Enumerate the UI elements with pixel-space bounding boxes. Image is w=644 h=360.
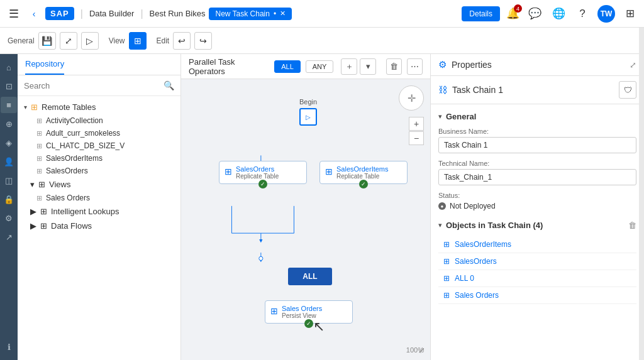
zoom-controls: + − (409, 117, 424, 145)
list-item[interactable]: ⊞ Adult_curr_smokeless (18, 127, 180, 139)
edit-label: Edit (157, 36, 170, 45)
nav-search-icon[interactable]: ⊡ (1, 78, 17, 94)
grid-icon[interactable]: ⊞ (621, 5, 639, 23)
objects-section-title: Objects in Task Chain (4) (446, 221, 543, 230)
nav-user-icon[interactable]: 👤 (1, 153, 17, 170)
status-field: Status: ● Not Deployed (438, 192, 636, 210)
tab-repository[interactable]: Repository (25, 54, 64, 75)
general-section-header[interactable]: ▾ General (438, 112, 636, 121)
views-chevron: ▾ (30, 180, 35, 189)
status-row: ● Not Deployed (438, 202, 636, 210)
view-icon: ⊞ (36, 194, 42, 202)
tab-close-icon[interactable]: ✕ (280, 9, 286, 18)
nav-monitor-icon[interactable]: ◫ (1, 172, 17, 188)
task-icon: ⊞ (270, 306, 278, 316)
list-item[interactable]: ⊞ SalesOrderItems (438, 236, 636, 253)
task-icon: ⊞ (225, 166, 232, 177)
chain-icon: ⛓ (438, 85, 447, 95)
canvas[interactable]: Begin ▷ ⊞ SalesOrders Replicate Table ✓ … (181, 79, 430, 360)
task-icon: ⊞ (325, 166, 333, 177)
chain-action-icon[interactable]: 🛡 (619, 81, 636, 99)
back-button[interactable]: ‹ (26, 6, 42, 21)
operator-dropdown-btn[interactable]: ▾ (360, 58, 376, 75)
hamburger-menu[interactable]: ☰ (5, 5, 23, 23)
undo-btn[interactable]: ↩ (173, 32, 191, 50)
topbar: ☰ ‹ SAP | Data Builder | Best Run Bikes … (0, 0, 644, 28)
il-label: Intelligent Lookups (51, 207, 119, 216)
task-name: Sales Orders (282, 305, 347, 312)
details-button[interactable]: Details (462, 6, 500, 21)
delete-canvas-btn[interactable]: 🗑 (386, 58, 402, 75)
remote-tables-group[interactable]: ▾ ⊞ Remote Tables (18, 100, 180, 114)
business-name-value[interactable]: Task Chain 1 (438, 137, 636, 153)
list-item[interactable]: ⊞ Sales Orders (438, 287, 636, 304)
obj-icon: ⊞ (443, 257, 450, 266)
nav-lock-icon[interactable]: 🔒 (1, 191, 17, 207)
chat-icon[interactable]: 💬 (526, 5, 543, 23)
divider1: | (80, 8, 83, 19)
any-mode-btn[interactable]: ANY (306, 60, 334, 73)
list-item[interactable]: ⊞ CL_HATC_DB_SIZE_V (18, 139, 180, 152)
nav-settings-icon[interactable]: ⚙ (1, 210, 17, 226)
technical-name-value[interactable]: Task_Chain_1 (438, 169, 636, 185)
list-item[interactable]: ⊞ ALL 0 (438, 270, 636, 287)
help-icon[interactable]: ? (574, 5, 591, 23)
item-label: CL_HATC_DB_SIZE_V (46, 141, 125, 150)
tab-modified-indicator: • (274, 9, 276, 18)
active-tab[interactable]: New Task Chain • ✕ (209, 8, 292, 20)
expand-canvas-btn[interactable]: ⤢ (418, 346, 425, 355)
objects-delete-icon[interactable]: 🗑 (628, 221, 636, 230)
data-flows-group[interactable]: ▶ ⊞ Data Flows (18, 219, 180, 233)
globe-icon[interactable]: 🌐 (550, 5, 567, 23)
general-label: General (8, 36, 35, 45)
status-indicator: ● (438, 202, 446, 210)
objects-section-header[interactable]: ▾ Objects in Task Chain (4) 🗑 (438, 221, 636, 230)
search-icon[interactable]: 🔍 (164, 80, 174, 90)
connect-btn[interactable]: ⤢ (60, 32, 77, 50)
list-item[interactable]: ⊞ SalesOrders (18, 165, 180, 177)
begin-shape[interactable]: ▷ (299, 108, 317, 126)
view-flow-btn[interactable]: ⊞ (129, 32, 147, 50)
status-label: Status: (438, 192, 636, 199)
nav-info-icon[interactable]: ℹ (1, 339, 17, 355)
user-avatar[interactable]: TW (597, 5, 615, 23)
df-folder-icon: ⊞ (40, 221, 47, 231)
persist-view-node[interactable]: ⊞ Sales Orders Persist View ✓ (265, 300, 353, 324)
compass-control[interactable]: ✛ (399, 85, 424, 111)
item-label: Sales Orders (46, 194, 90, 202)
nav-share-icon[interactable]: ↗ (1, 229, 17, 245)
views-group[interactable]: ▾ ⊞ Views (18, 177, 180, 192)
more-canvas-btn[interactable]: ⋯ (407, 58, 423, 75)
secondbar: General 💾 ⤢ ▷ View ⊞ Edit ↩ ↪ (0, 28, 644, 54)
business-name-field: Business Name: Task Chain 1 (438, 128, 636, 153)
sales-order-items-node[interactable]: ⊞ SalesOrderItems Replicate Table ✓ (319, 161, 408, 184)
list-item[interactable]: ⊞ SalesOrderItems (18, 152, 180, 165)
props-expand-icon[interactable]: ⤢ (630, 60, 636, 70)
nav-home-icon[interactable]: ⌂ (1, 59, 17, 75)
nav-transform-icon[interactable]: ◈ (1, 134, 17, 151)
deploy-btn[interactable]: ▷ (81, 32, 99, 50)
list-item[interactable]: ⊞ Sales Orders (18, 192, 180, 204)
technical-name-label: Technical Name: (438, 160, 636, 167)
all-node[interactable]: ALL (288, 268, 332, 285)
notifications-button[interactable]: 🔔 4 (506, 7, 519, 20)
all-mode-btn[interactable]: ALL (274, 60, 301, 73)
views-label: Views (49, 180, 70, 189)
search-row: 🔍 (18, 75, 180, 96)
zoom-in-btn[interactable]: + (409, 117, 424, 131)
all-label: ALL (303, 272, 317, 281)
redo-btn[interactable]: ↪ (194, 32, 212, 50)
item-label: ActivityCollection (46, 116, 103, 125)
sales-orders-node[interactable]: ⊞ SalesOrders Replicate Table ✓ (219, 161, 307, 184)
nav-entity-icon[interactable]: ⊕ (1, 116, 17, 132)
list-item[interactable]: ⊞ SalesOrders (438, 253, 636, 270)
right-edge (639, 54, 644, 360)
search-input[interactable] (24, 81, 164, 90)
add-operator-btn[interactable]: ＋ (341, 58, 357, 75)
nav-data-icon[interactable]: ≡ (1, 97, 17, 113)
intelligent-lookups-group[interactable]: ▶ ⊞ Intelligent Lookups (18, 204, 180, 219)
save-btn[interactable]: 💾 (38, 32, 56, 50)
chain-title: Task Chain 1 (452, 85, 614, 95)
list-item[interactable]: ⊞ ActivityCollection (18, 114, 180, 127)
zoom-out-btn[interactable]: − (409, 131, 424, 145)
